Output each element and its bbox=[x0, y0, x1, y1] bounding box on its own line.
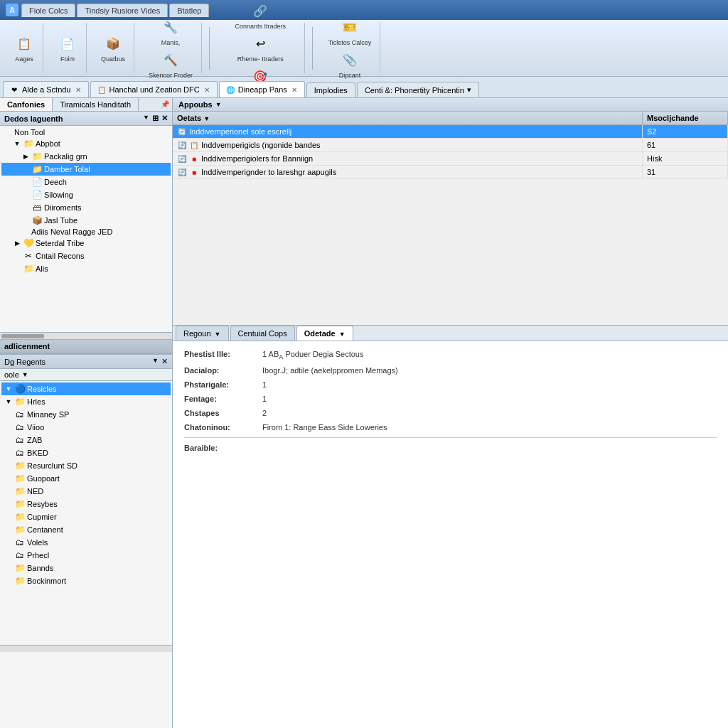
title-tab-fiole[interactable]: Fiole Colcs bbox=[21, 4, 75, 17]
ribbon-btn-foim[interactable]: 📄 Foim bbox=[55, 33, 80, 64]
lower-tree-bockinmort[interactable]: 📁 Bockinmort bbox=[1, 574, 171, 587]
phstarigale-label: Phstarigale: bbox=[184, 380, 262, 389]
ribbon-btn-aages[interactable]: 📋 Aages bbox=[11, 33, 37, 64]
ribbon-btn-ticletos[interactable]: 🎫 Ticletos Calcey bbox=[326, 16, 375, 48]
hscroll-thumb[interactable] bbox=[1, 334, 44, 338]
detail-tab-regoun[interactable]: Regoun ▼ bbox=[176, 326, 229, 341]
ribbon-btn-rheme[interactable]: ↩ Rheme- Itraders bbox=[235, 33, 287, 64]
th-msocljchande-label: Msocljchande bbox=[647, 114, 699, 122]
th-oetats[interactable]: Oetats ▼ bbox=[173, 112, 643, 124]
lower-tree-ned[interactable]: 📁 NED bbox=[1, 485, 171, 498]
tab-cent[interactable]: Centi &: Phonertity Phicentin ▾ bbox=[357, 82, 479, 97]
panel-pin-btn[interactable]: 📌 bbox=[158, 98, 172, 111]
bked-label: BKED bbox=[27, 449, 48, 457]
oole-filter-icon[interactable]: ▼ bbox=[22, 371, 28, 378]
table-row-3[interactable]: 🔄 ■ Inddivemperigiolers for Banniign His… bbox=[173, 152, 728, 166]
hrles-expander[interactable]: ▼ bbox=[4, 397, 13, 406]
close-panel-icon[interactable]: ✕ bbox=[161, 114, 168, 123]
tree-hscroll[interactable] bbox=[0, 332, 172, 339]
tree-item-cntail[interactable]: ✂ Cntail Recons bbox=[1, 250, 171, 262]
seterdal-label: Seterdal Tribe bbox=[36, 239, 84, 247]
adlicenment-label: adlicenment bbox=[4, 342, 50, 350]
tree-item-damber[interactable]: 📁 Damber Tolal bbox=[1, 163, 171, 176]
left-panel-tabs: Canfonies Tiramicals Handitath 📌 bbox=[0, 98, 172, 112]
lower-tree-resicles[interactable]: ▼ 🔵 Resicles bbox=[1, 382, 171, 395]
ticletos-label: Ticletos Calcey bbox=[328, 39, 372, 46]
ribbon-btn-skencor[interactable]: 🔨 Skencor Froder bbox=[146, 49, 196, 80]
tab-implodies[interactable]: Implodies bbox=[306, 82, 355, 97]
appoubs-filter-icon[interactable]: ▼ bbox=[215, 101, 222, 108]
panel-tab-canfonies[interactable]: Canfonies bbox=[0, 98, 53, 111]
lower-tree-cupmier[interactable]: 📁 Cupmier bbox=[1, 510, 171, 523]
layout-icon[interactable]: ⊞ bbox=[152, 114, 159, 123]
tree-item-adiis[interactable]: Adiis Neval Ragge JED bbox=[1, 227, 171, 237]
seterdal-expander[interactable]: ▶ bbox=[13, 239, 21, 247]
lower-tree-resurclunt[interactable]: 📁 Resurclunt SD bbox=[1, 459, 171, 472]
table-row-4[interactable]: 🔄 ■ Inddivemperignder to lareshgr aapugi… bbox=[173, 166, 728, 179]
tab-hanchal-close[interactable]: ✕ bbox=[203, 86, 211, 94]
lower-tree-viioo[interactable]: 🗂 Viioo bbox=[1, 421, 171, 434]
table-row-2[interactable]: 🔄 📋 Inddvemperigicls (ngonide bandes 61 bbox=[173, 139, 728, 152]
lower-tree-prhecl[interactable]: 🗂 Prhecl bbox=[1, 549, 171, 562]
panel-tab-tiramicals[interactable]: Tiramicals Handitath bbox=[53, 98, 139, 111]
tree-item-deech[interactable]: 📄 Deech bbox=[1, 176, 171, 188]
lower-tree-hrles[interactable]: ▼ 📁 Hrles bbox=[1, 395, 171, 408]
detail-tab-regoun-filter[interactable]: ▼ bbox=[215, 331, 221, 338]
lower-tree-guopoart[interactable]: 📁 Guopoart bbox=[1, 472, 171, 485]
jasl-expander bbox=[21, 216, 30, 225]
detail-tabs: Regoun ▼ Centuial Cops Odetade ▼ bbox=[173, 326, 728, 341]
tab-hanchal[interactable]: 📋 Hanchal und Zeation DFC ✕ bbox=[90, 81, 218, 97]
filter-icon[interactable]: ▼ bbox=[143, 114, 149, 123]
lower-filter-icon[interactable]: ▼ bbox=[152, 357, 159, 366]
tree-item-diiroments[interactable]: 🗃 Diiroments bbox=[1, 201, 171, 214]
tree-item-seterdal[interactable]: ▶ 💛 Seterdal Tribe bbox=[1, 237, 171, 250]
lower-tree-resybes[interactable]: 📁 Resybes bbox=[1, 498, 171, 510]
ribbon-btn-connants[interactable]: 🔗 Connants Itraders bbox=[232, 0, 289, 31]
quatbus-icon: 📦 bbox=[103, 34, 123, 54]
detail-tab-odetade-filter[interactable]: ▼ bbox=[339, 331, 346, 338]
ribbon-btn-dipcant[interactable]: 📎 Dipcant bbox=[336, 49, 364, 80]
resicles-expander[interactable]: ▼ bbox=[4, 385, 13, 393]
lower-tree-minaney[interactable]: 🗂 Minaney SP bbox=[1, 408, 171, 421]
tree-item-abpbot[interactable]: ▼ 📁 Abpbot bbox=[1, 137, 171, 150]
th-msocljchande[interactable]: Msocljchande bbox=[643, 112, 728, 124]
tree-item-jasl[interactable]: 📦 Jasl Tube bbox=[1, 214, 171, 227]
lower-close-icon[interactable]: ✕ bbox=[161, 357, 168, 366]
lower-tree-volels[interactable]: 🗂 Volels bbox=[1, 536, 171, 549]
tree-item-non-tool[interactable]: Non Tool bbox=[1, 127, 171, 137]
lower-hscroll[interactable] bbox=[0, 645, 172, 652]
tab-dineapp-close[interactable]: ✕ bbox=[290, 86, 299, 94]
abpbot-icon: 📁 bbox=[23, 138, 34, 149]
row1-text: Inddivemperionel sole escrellj bbox=[189, 127, 291, 136]
tab-alde[interactable]: ❤ Alde a Sctndu ✕ bbox=[3, 81, 89, 97]
lower-tree-bannds[interactable]: 📁 Bannds bbox=[1, 562, 171, 574]
jasl-icon: 📦 bbox=[31, 215, 43, 226]
ribbon-group-5: ✕ Inalke 🔗 Connants Itraders ↩ Rheme- It… bbox=[217, 23, 305, 73]
packalig-expander[interactable]: ▶ bbox=[21, 152, 30, 161]
lower-tree-bked[interactable]: 🗂 BKED bbox=[1, 446, 171, 459]
detail-tab-odetade[interactable]: Odetade ▼ bbox=[296, 326, 353, 341]
phstarigale-value: 1 bbox=[262, 380, 267, 389]
dipcant-label: Dipcant bbox=[339, 72, 361, 79]
ribbon-btn-quatbus[interactable]: 📦 Quatbus bbox=[98, 33, 128, 64]
abpbot-expander[interactable]: ▼ bbox=[13, 139, 21, 148]
title-tab-btatlep[interactable]: Btatlep bbox=[169, 4, 209, 17]
detail-tab-centuial[interactable]: Centuial Cops bbox=[230, 326, 295, 341]
table-row-1[interactable]: 🔄 Inddivemperionel sole escrellj S2 bbox=[173, 125, 728, 139]
title-tab-tindsiy[interactable]: Tindsiy Rusiore Vides bbox=[77, 4, 168, 17]
tab-dineapp[interactable]: 🌐 Dineapp Pans ✕ bbox=[219, 81, 305, 97]
damber-expander[interactable] bbox=[21, 165, 30, 173]
centanent-label: Centanent bbox=[27, 525, 63, 534]
tree-item-silowing[interactable]: 📄 Silowing bbox=[1, 188, 171, 201]
detail-row-phstarigale: Phstarigale: 1 bbox=[184, 380, 717, 389]
baraible-label: Baraible: bbox=[184, 444, 262, 452]
ribbon-btn-manis[interactable]: 🔧 Manis, bbox=[158, 16, 183, 48]
detail-row-fentage: Fentage: 1 bbox=[184, 395, 717, 403]
tree-item-packalig[interactable]: ▶ 📁 Packalig grn bbox=[1, 150, 171, 163]
ribbon-sep-1 bbox=[209, 27, 210, 70]
lower-tree-zab[interactable]: 🗂 ZAB bbox=[1, 434, 171, 446]
non-tool-expander[interactable] bbox=[4, 128, 13, 136]
tab-alde-close[interactable]: ✕ bbox=[74, 86, 82, 94]
tree-item-alis[interactable]: 📁 Alis bbox=[1, 262, 171, 275]
lower-tree-centanent[interactable]: 📁 Centanent bbox=[1, 523, 171, 536]
